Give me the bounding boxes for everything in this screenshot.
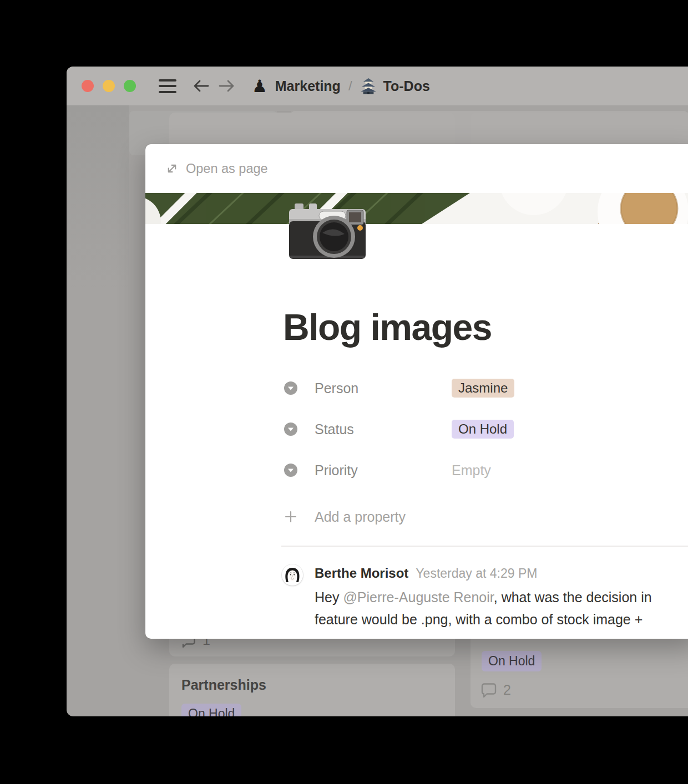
sidebar-menu-icon[interactable] [159, 79, 176, 93]
close-window-button[interactable] [82, 80, 94, 92]
status-tag[interactable]: On Hold [452, 420, 514, 439]
app-window: ♟ Marketing / To-Dos 1 Part [67, 67, 688, 716]
plus-icon [284, 510, 297, 523]
comment-line-1: Hey @Pierre-Auguste Renoir, what was the… [315, 586, 652, 608]
avatar [282, 564, 303, 586]
page-cover-image [145, 193, 688, 224]
comment-header: Berthe Morisot Yesterday at 4:29 PM [315, 566, 537, 581]
person-tag[interactable]: Jasmine [452, 379, 514, 398]
property-row-person[interactable]: Person Jasmine [284, 379, 514, 398]
minimize-window-button[interactable] [103, 80, 115, 92]
breadcrumb-page[interactable]: To-Dos [383, 78, 430, 94]
comment-line-2: feature would be .png, with a combo of s… [315, 608, 652, 630]
zoom-window-button[interactable] [124, 80, 136, 92]
add-property-label: Add a property [315, 509, 406, 525]
property-row-priority[interactable]: Priority Empty [284, 461, 491, 480]
comment-timestamp: Yesterday at 4:29 PM [416, 566, 537, 581]
empty-value[interactable]: Empty [452, 462, 491, 478]
property-name[interactable]: Status [315, 421, 452, 437]
add-property-button[interactable]: Add a property [284, 507, 406, 526]
breadcrumb-workspace[interactable]: Marketing [275, 78, 341, 94]
comment-count: 2 [503, 682, 511, 698]
status-badge: On Hold [181, 704, 241, 716]
chess-pawn-icon: ♟ [252, 78, 267, 95]
property-name[interactable]: Person [315, 380, 452, 396]
backdrop-shade [67, 105, 129, 288]
open-as-page-label: Open as page [186, 161, 268, 176]
japanese-castle-icon [360, 77, 377, 95]
titlebar: ♟ Marketing / To-Dos [67, 67, 688, 105]
expand-diagonal-icon [166, 162, 178, 175]
page-title[interactable]: Blog images [283, 306, 492, 348]
section-divider [281, 546, 688, 547]
page-peek-modal: Open as page [145, 144, 688, 639]
card-title: Partnerships [181, 677, 266, 693]
user-mention[interactable]: @Pierre-Auguste Renoir [343, 589, 493, 605]
open-as-page-button[interactable]: Open as page [145, 144, 688, 193]
chevron-circle-icon [284, 464, 297, 477]
partnerships-card: Partnerships On Hold [169, 664, 455, 716]
chevron-circle-icon [284, 422, 297, 436]
comment-body: Hey @Pierre-Auguste Renoir, what was the… [315, 586, 652, 630]
forward-arrow-icon[interactable] [218, 79, 236, 93]
comment-bubble-icon [480, 682, 497, 699]
property-name[interactable]: Priority [315, 462, 452, 478]
chevron-circle-icon [284, 381, 297, 395]
property-row-status[interactable]: Status On Hold [284, 420, 514, 439]
breadcrumb-separator: / [348, 78, 352, 94]
back-arrow-icon[interactable] [192, 79, 210, 93]
status-badge: On Hold [482, 651, 542, 671]
camera-emoji-icon[interactable] [285, 202, 370, 261]
comment-author: Berthe Morisot [315, 566, 408, 581]
